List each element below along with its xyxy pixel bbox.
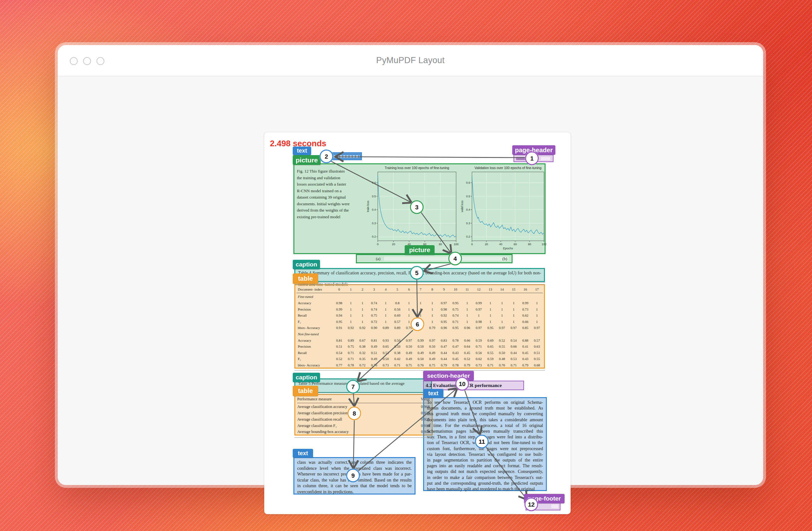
reading-order-circle-9: 9 <box>346 469 360 483</box>
text-line: dataset containing 39 original <box>297 194 356 201</box>
svg-text:80: 80 <box>439 243 442 246</box>
text-line: tismus documents, a ground truth must be… <box>427 405 543 411</box>
text-line: in page segmentation to partition the ou… <box>427 457 543 463</box>
table-row: Fine-tuned <box>296 294 543 300</box>
text-line: put and the corresponding ground-truth, … <box>427 480 543 486</box>
window-title: PyMuPDF Layout <box>58 45 763 76</box>
text-line: in column three, it can be seen that the… <box>297 483 412 489</box>
reading-order-circle-4: 4 <box>449 252 462 266</box>
svg-text:train loss: train loss <box>366 200 369 212</box>
text-line: the training and validation <box>297 175 356 182</box>
label-chip-text-right: text <box>423 389 444 398</box>
svg-text:0.6: 0.6 <box>466 181 470 184</box>
text-region-header-line <box>332 152 362 160</box>
svg-text:0.4: 0.4 <box>372 208 376 211</box>
svg-text:valid loss: valid loss <box>461 200 464 212</box>
svg-text:100: 100 <box>453 243 458 246</box>
reading-order-circle-12: 12 <box>525 498 538 511</box>
svg-text:0.5: 0.5 <box>372 195 376 198</box>
table-row: Accuracy0.98110.7410.81110.970.9510.9911… <box>296 300 543 306</box>
text-line: of time. For the evaluation process, a t… <box>427 423 543 429</box>
text-line: this ground truth must be compiled manua… <box>427 411 543 417</box>
table-row: Accuracy0.810.890.670.810.930.500.970.99… <box>296 337 543 344</box>
figure-caption: Fig. 12 This figure illustratesthe train… <box>297 168 356 220</box>
performance-table: Performance measureValueAverage classifi… <box>297 396 430 435</box>
pdf-page: 2.498 seconds text picture page-header p… <box>264 132 571 514</box>
text-line: existing pre-trained model <box>297 214 356 220</box>
text-line: derived from the weights of the <box>297 207 356 214</box>
table-row: Average classification recall0.925 <box>297 416 430 422</box>
reading-order-circle-11: 11 <box>475 435 489 448</box>
text-line: documents. Initial weights were <box>297 201 356 207</box>
window-content: 2.498 seconds text picture page-header p… <box>58 76 763 485</box>
sublabel-band <box>384 257 508 261</box>
table-row: Average classification precision0.929 <box>297 410 430 416</box>
svg-text:0: 0 <box>471 243 473 246</box>
table-row: Average bounding-box accuracy0.908 <box>297 429 430 435</box>
table-row: Performance measureValue <box>297 396 430 403</box>
text-line: in order to make a fair comparison betwe… <box>427 475 543 480</box>
reading-order-circle-10: 10 <box>455 377 469 391</box>
rule-above-table1 <box>294 282 545 285</box>
rule-below-table1 <box>294 370 545 371</box>
table-row: bbox- Accuracy0.770.780.720.700.730.710.… <box>296 362 543 368</box>
label-chip-table-1: table <box>293 273 318 284</box>
text-line: Schematismus pages have been manually tr… <box>427 429 543 434</box>
svg-text:0.2: 0.2 <box>466 235 470 238</box>
label-chip-table-2: table <box>293 386 318 396</box>
table-row: Precision0.99110.7410.561110.980.7510.97… <box>296 306 543 313</box>
reading-order-circle-3: 3 <box>410 200 424 214</box>
svg-text:100: 100 <box>541 243 546 246</box>
svg-text:40: 40 <box>499 243 503 246</box>
svg-text:Validation loss over 100 epoch: Validation loss over 100 epochs of fine-… <box>475 166 541 170</box>
svg-text:0.6: 0.6 <box>372 181 376 184</box>
label-chip-text-bottom: text <box>293 449 313 458</box>
sublabel-a: (a) <box>376 255 380 262</box>
reading-order-circle-6: 6 <box>411 317 424 331</box>
reading-order-circle-2: 2 <box>320 150 333 163</box>
label-chip-picture-main: picture <box>293 155 321 165</box>
text-line: have been manually split and reordered t… <box>427 486 543 492</box>
picture-region-sublabels: (a) (b) <box>356 254 512 263</box>
titlebar[interactable]: PyMuPDF Layout <box>58 45 763 76</box>
svg-text:0.4: 0.4 <box>466 208 470 211</box>
reading-order-circle-1: 1 <box>525 152 539 165</box>
svg-text:Training loss over 100 epochs: Training loss over 100 epochs of fine-tu… <box>385 166 449 170</box>
table-row: Document- index0123456789101112131415161… <box>296 286 543 292</box>
svg-text:60: 60 <box>513 243 517 246</box>
reading-order-circle-5: 5 <box>410 266 424 280</box>
svg-text:0.2: 0.2 <box>372 235 376 238</box>
label-chip-caption-1: caption <box>293 260 320 269</box>
table-row: F₁0.520.710.350.490.500.420.490.500.490.… <box>296 356 543 362</box>
table-row: Average classification F₁0.919 <box>297 422 430 429</box>
table-row: Non fine-tuned <box>296 331 543 337</box>
label-chip-caption-2: caption <box>293 373 320 382</box>
text-line: overconfident in its predictions. <box>297 489 412 495</box>
text-line: losses associated with a faster <box>297 181 356 188</box>
text-line: pages into an easily readable and correc… <box>427 463 543 469</box>
rule-below-table2 <box>294 437 433 438</box>
table-row: Precision0.510.750.380.490.650.500.500.5… <box>296 343 543 349</box>
reading-order-circle-7: 7 <box>346 380 360 394</box>
text-line: class was actually correct, and column t… <box>297 460 412 466</box>
text-line: Fig. 12 This figure illustrates <box>297 168 356 175</box>
svg-text:20: 20 <box>392 243 395 246</box>
text-line: ing outputs did not match expected seque… <box>427 469 543 475</box>
table-row: Recall0.540.710.320.510.530.380.490.490.… <box>296 349 543 356</box>
label-chip-picture-strip: picture <box>405 245 435 255</box>
reading-order-circle-8: 8 <box>348 407 361 420</box>
svg-text:20: 20 <box>485 243 488 246</box>
elapsed-time: 2.498 seconds <box>270 139 327 148</box>
svg-text:0: 0 <box>377 243 378 246</box>
validation-loss-chart: 0.20.30.40.50.6020406080100Validation lo… <box>460 165 547 250</box>
sublabel-b: (b) <box>503 255 507 262</box>
svg-text:0.5: 0.5 <box>466 195 470 198</box>
text-line: documents into plain text, this takes a … <box>427 417 543 423</box>
app-window: PyMuPDF Layout 2.498 seconds text pictur… <box>58 45 763 485</box>
text-line: via layout detection. Tesseract was conf… <box>427 452 543 457</box>
text-line: R-CNN model trained on a <box>297 188 356 195</box>
svg-text:0.3: 0.3 <box>466 222 470 225</box>
svg-text:80: 80 <box>528 243 531 246</box>
table-region-performance: Performance measureValueAverage classifi… <box>294 394 433 435</box>
svg-text:Epochs: Epochs <box>503 246 513 250</box>
